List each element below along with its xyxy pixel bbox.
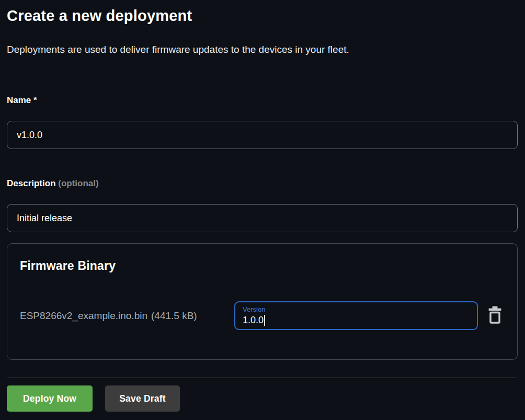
firmware-binary-title: Firmware Binary [20,259,505,273]
version-input-label: Version [243,305,470,314]
deploy-now-button[interactable]: Deploy Now [7,385,93,412]
delete-file-button[interactable] [485,305,505,327]
file-name: ESP8266v2_example.ino.bin [20,310,147,322]
version-input[interactable]: Version 1.0.0 [234,301,478,330]
trash-icon [488,306,502,325]
page-title: Create a new deployment [7,7,518,25]
save-draft-button[interactable]: Save Draft [105,385,180,412]
description-label: Description (optional) [7,178,518,189]
text-caret [264,315,265,326]
firmware-binary-card: Firmware Binary ESP8266v2_example.ino.bi… [7,243,518,360]
page-subtitle: Deployments are used to deliver firmware… [7,44,518,55]
firmware-file-row: ESP8266v2_example.ino.bin (441.5 kB) Ver… [20,301,505,330]
version-value-row: 1.0.0 [243,315,470,326]
name-input[interactable] [7,121,518,149]
optional-hint: (optional) [58,178,98,188]
section-divider [7,378,517,378]
actions-row: Deploy Now Save Draft [7,385,518,412]
file-size: (441.5 kB) [151,310,197,322]
create-deployment-page: Create a new deployment Deployments are … [0,7,525,412]
description-label-text: Description [7,178,56,188]
version-value: 1.0.0 [243,315,264,326]
name-label: Name * [7,95,518,106]
description-input[interactable] [7,204,518,232]
